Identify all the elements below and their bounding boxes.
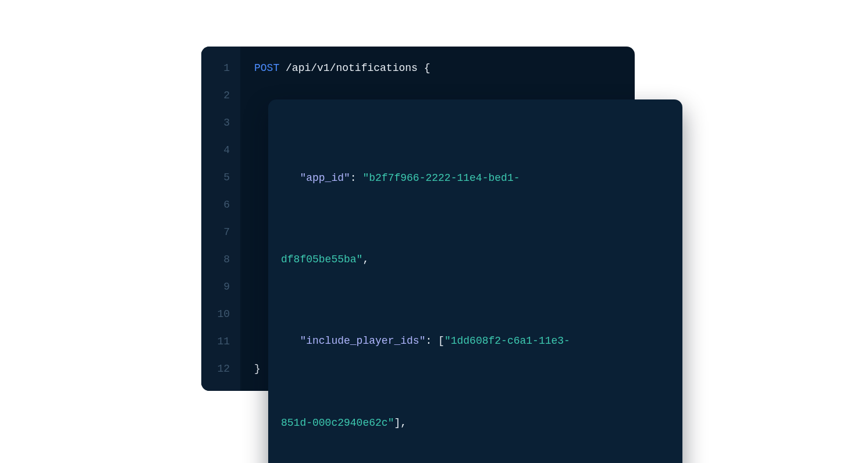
json-key: "include_player_ids" xyxy=(300,335,425,347)
line-number: 9 xyxy=(201,273,240,301)
close-brace: } xyxy=(254,363,261,375)
code-line-1: 1 POST /api/v1/notifications { xyxy=(201,55,635,82)
code-content: POST /api/v1/notifications { xyxy=(240,55,431,82)
code-stage: 1 POST /api/v1/notifications { 2 3 4 5 6 xyxy=(201,47,667,391)
open-brace: { xyxy=(424,62,431,74)
line-number: 7 xyxy=(201,219,240,246)
line-number: 8 xyxy=(201,246,240,273)
http-method: POST xyxy=(254,62,279,74)
line-number: 12 xyxy=(201,355,240,383)
line-number: 10 xyxy=(201,301,240,328)
payload-card: "app_id": "b2f7f966-2222-11e4-bed1- df8f… xyxy=(268,99,682,463)
json-key: "app_id" xyxy=(300,172,350,184)
payload-line-include: "include_player_ids": ["1dd608f2-c6a1-11… xyxy=(281,327,670,355)
json-value: 851d-000c2940e62c" xyxy=(281,417,394,429)
code-content: } xyxy=(240,355,261,383)
json-value: "b2f7f966-2222-11e4-bed1- xyxy=(362,172,520,184)
line-number: 4 xyxy=(201,137,240,164)
json-value: "1dd608f2-c6a1-11e3- xyxy=(444,335,570,347)
line-number: 1 xyxy=(201,55,240,82)
line-number: 6 xyxy=(201,191,240,219)
api-path: /api/v1/notifications xyxy=(286,62,418,74)
line-number: 2 xyxy=(201,82,240,109)
line-number: 3 xyxy=(201,109,240,137)
json-value: df8f05be55ba" xyxy=(281,254,362,265)
line-number: 11 xyxy=(201,328,240,355)
payload-line-include-2: 851d-000c2940e62c"], xyxy=(281,409,670,437)
line-number: 5 xyxy=(201,164,240,191)
payload-line-app-id-2: df8f05be55ba", xyxy=(281,246,670,273)
payload-line-app-id: "app_id": "b2f7f966-2222-11e4-bed1- xyxy=(281,165,670,192)
